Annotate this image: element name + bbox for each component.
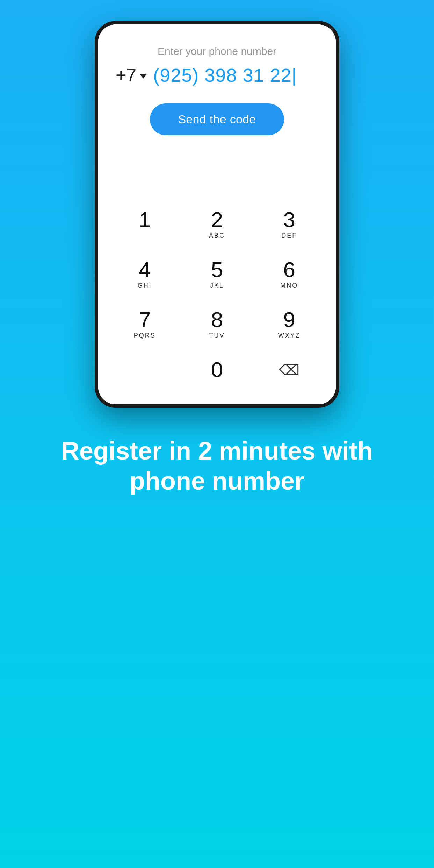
phone-screen: Enter your phone number +7 (925) 398 31 … (98, 24, 336, 404)
key-empty (109, 349, 181, 390)
key-0[interactable]: 0 (181, 349, 253, 390)
backspace-icon: ⌫ (279, 361, 299, 378)
key-9[interactable]: 9 WXYZ (253, 299, 325, 349)
country-code-value: +7 (116, 65, 136, 86)
keypad-area: 1 2 ABC 3 DEF 4 GHI (98, 171, 336, 404)
phone-wrapper: Enter your phone number +7 (925) 398 31 … (91, 21, 343, 408)
key-6[interactable]: 6 MNO (253, 249, 325, 299)
phone-number-display: (925) 398 31 22| (153, 64, 297, 86)
send-code-button[interactable]: Send the code (150, 103, 284, 135)
bottom-area: Register in 2 minutes with phone number (0, 436, 434, 496)
country-code-selector[interactable]: +7 (116, 65, 147, 86)
key-7[interactable]: 7 PQRS (109, 299, 181, 349)
backspace-button[interactable]: ⌫ (253, 349, 325, 390)
key-3[interactable]: 3 DEF (253, 199, 325, 249)
phone-input-row: +7 (925) 398 31 22| (116, 64, 318, 86)
key-8[interactable]: 8 TUV (181, 299, 253, 349)
phone-shell: Enter your phone number +7 (925) 398 31 … (95, 21, 339, 408)
key-4[interactable]: 4 GHI (109, 249, 181, 299)
keypad-grid: 1 2 ABC 3 DEF 4 GHI (109, 199, 325, 390)
key-2[interactable]: 2 ABC (181, 199, 253, 249)
chevron-down-icon (140, 74, 147, 79)
screen-top: Enter your phone number +7 (925) 398 31 … (98, 24, 336, 171)
key-5[interactable]: 5 JKL (181, 249, 253, 299)
tagline-text: Register in 2 minutes with phone number (28, 436, 406, 496)
phone-number-label: Enter your phone number (158, 45, 276, 57)
key-1[interactable]: 1 (109, 199, 181, 249)
